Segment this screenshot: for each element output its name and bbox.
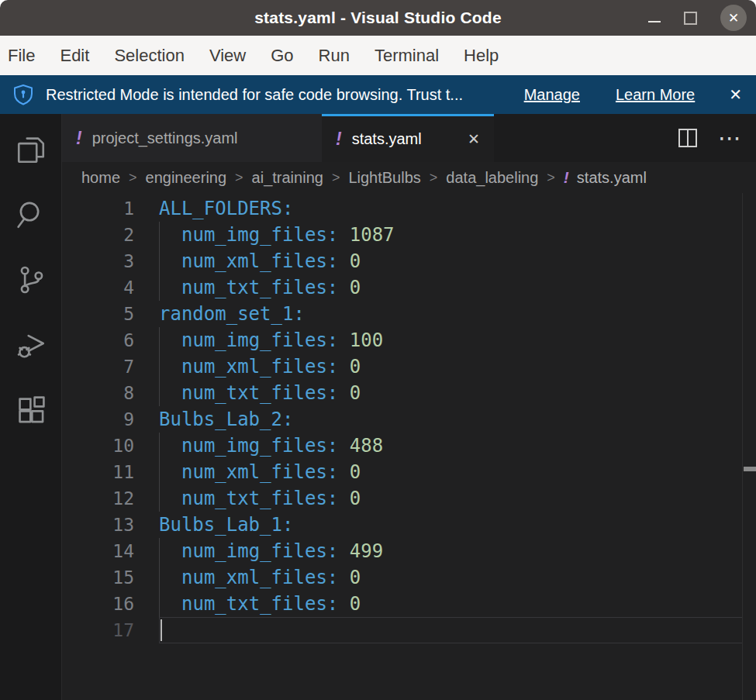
more-actions-icon[interactable]: ⋯ xyxy=(718,130,742,146)
code-editor[interactable]: 1ALL_FOLDERS:2num_img_files: 10873num_xm… xyxy=(62,193,756,700)
maximize-icon[interactable] xyxy=(684,12,697,25)
banner-close-icon[interactable]: ✕ xyxy=(729,85,742,104)
explorer-icon[interactable] xyxy=(15,133,47,166)
chevron-right-icon: > xyxy=(332,170,340,186)
code-text: num_img_files: 499 xyxy=(159,538,756,564)
overview-ruler-cursor-marker xyxy=(744,467,756,471)
yaml-key: num_txt_files: xyxy=(181,593,338,615)
learn-more-link[interactable]: Learn More xyxy=(616,86,695,104)
code-line-8[interactable]: 8num_txt_files: 0 xyxy=(62,380,756,406)
menu-edit[interactable]: Edit xyxy=(60,46,89,66)
line-content[interactable]: num_xml_files: 0 xyxy=(159,248,756,274)
code-line-5[interactable]: 5random_set_1: xyxy=(62,301,756,327)
code-line-3[interactable]: 3num_xml_files: 0 xyxy=(62,248,756,274)
yaml-value: 0 xyxy=(350,277,361,298)
manage-link[interactable]: Manage xyxy=(524,86,580,104)
yaml-value: 0 xyxy=(350,250,361,272)
breadcrumb-lightbulbs[interactable]: LightBulbs xyxy=(348,169,420,187)
yaml-value: 0 xyxy=(350,593,361,615)
menu-view[interactable]: View xyxy=(209,46,246,66)
indent-guide xyxy=(159,248,160,274)
code-line-12[interactable]: 12num_txt_files: 0 xyxy=(62,485,756,512)
code-text: num_txt_files: 0 xyxy=(159,591,756,617)
code-line-7[interactable]: 7num_xml_files: 0 xyxy=(62,353,756,380)
code-line-10[interactable]: 10num_img_files: 488 xyxy=(62,433,756,459)
menu-help[interactable]: Help xyxy=(464,46,499,66)
line-content[interactable]: num_img_files: 1087 xyxy=(159,222,756,248)
window-close-button[interactable]: ✕ xyxy=(720,5,747,31)
yaml-key: random_set_1: xyxy=(159,303,305,325)
run-and-debug-icon[interactable] xyxy=(15,329,47,361)
code-line-2[interactable]: 2num_img_files: 1087 xyxy=(62,222,756,248)
overview-ruler[interactable] xyxy=(742,193,756,700)
code-line-1[interactable]: 1ALL_FOLDERS: xyxy=(62,195,756,222)
code-line-15[interactable]: 15num_xml_files: 0 xyxy=(62,564,756,591)
line-content[interactable] xyxy=(159,617,742,643)
line-number: 2 xyxy=(62,222,143,248)
yaml-value: 0 xyxy=(350,567,361,588)
line-content[interactable]: Bulbs_Lab_1: xyxy=(159,512,756,538)
code-line-13[interactable]: 13Bulbs_Lab_1: xyxy=(62,512,756,538)
activity-bar xyxy=(0,114,62,700)
tab-bar: ! project_settings.yaml ! stats.yaml ✕ ⋯ xyxy=(62,114,756,162)
yaml-value: 0 xyxy=(350,488,361,509)
line-content[interactable]: num_txt_files: 0 xyxy=(159,591,756,617)
code-text: ALL_FOLDERS: xyxy=(159,195,756,222)
code-line-17[interactable]: 17 xyxy=(62,617,756,643)
code-text: random_set_1: xyxy=(159,301,756,327)
line-number: 9 xyxy=(62,406,143,433)
chevron-right-icon: > xyxy=(547,170,555,186)
code-text: Bulbs_Lab_2: xyxy=(159,406,756,433)
split-editor-icon[interactable] xyxy=(678,128,698,148)
line-content[interactable]: num_xml_files: 0 xyxy=(159,353,756,380)
breadcrumb-ai-training[interactable]: ai_training xyxy=(252,169,323,187)
line-content[interactable]: num_img_files: 488 xyxy=(159,433,756,459)
code-text: num_img_files: 488 xyxy=(159,433,756,459)
code-line-16[interactable]: 16num_txt_files: 0 xyxy=(62,591,756,617)
yaml-file-icon: ! xyxy=(564,168,569,187)
menu-selection[interactable]: Selection xyxy=(114,46,185,66)
menu-run[interactable]: Run xyxy=(319,46,350,66)
banner-links: Manage Learn More xyxy=(524,86,696,104)
code-line-11[interactable]: 11num_xml_files: 0 xyxy=(62,459,756,485)
code-line-14[interactable]: 14num_img_files: 499 xyxy=(62,538,756,564)
line-content[interactable]: ALL_FOLDERS: xyxy=(159,195,756,222)
line-content[interactable]: num_txt_files: 0 xyxy=(159,274,756,301)
line-content[interactable]: num_xml_files: 0 xyxy=(159,459,756,485)
yaml-key: num_txt_files: xyxy=(181,488,338,509)
yaml-key: num_txt_files: xyxy=(181,382,338,404)
search-icon[interactable] xyxy=(15,198,47,231)
code-line-9[interactable]: 9Bulbs_Lab_2: xyxy=(62,406,756,433)
line-content[interactable]: num_txt_files: 0 xyxy=(159,485,756,512)
menu-file[interactable]: File xyxy=(8,46,35,66)
breadcrumb-home[interactable]: home xyxy=(81,169,120,187)
menu-terminal[interactable]: Terminal xyxy=(375,46,439,66)
breadcrumb-file[interactable]: ! stats.yaml xyxy=(564,168,647,187)
line-content[interactable]: num_xml_files: 0 xyxy=(159,564,756,591)
indent-guide xyxy=(159,591,160,617)
tab-close-icon[interactable]: ✕ xyxy=(468,130,480,148)
code-line-4[interactable]: 4num_txt_files: 0 xyxy=(62,274,756,301)
code-text: num_xml_files: 0 xyxy=(159,353,756,380)
tab-stats-yaml[interactable]: ! stats.yaml ✕ xyxy=(322,114,494,162)
source-control-icon[interactable] xyxy=(15,264,47,296)
yaml-value: 0 xyxy=(350,461,361,483)
minimize-icon[interactable] xyxy=(648,21,661,22)
chevron-right-icon: > xyxy=(129,170,137,186)
breadcrumb-data-labeling[interactable]: data_labeling xyxy=(446,169,538,187)
code-line-6[interactable]: 6num_img_files: 100 xyxy=(62,327,756,353)
line-number: 15 xyxy=(62,564,143,591)
breadcrumb-engineering[interactable]: engineering xyxy=(146,169,227,187)
line-content[interactable]: num_txt_files: 0 xyxy=(159,380,756,406)
line-content[interactable]: Bulbs_Lab_2: xyxy=(159,406,756,433)
line-number: 7 xyxy=(62,353,143,380)
tab-project-settings-yaml[interactable]: ! project_settings.yaml xyxy=(62,114,322,162)
line-content[interactable]: num_img_files: 100 xyxy=(159,327,756,353)
menu-go[interactable]: Go xyxy=(271,46,293,66)
yaml-key: num_xml_files: xyxy=(181,567,338,588)
title-bar: stats.yaml - Visual Studio Code ✕ xyxy=(0,0,756,36)
code-text: num_xml_files: 0 xyxy=(159,248,756,274)
line-content[interactable]: num_img_files: 499 xyxy=(159,538,756,564)
line-content[interactable]: random_set_1: xyxy=(159,301,756,327)
extensions-icon[interactable] xyxy=(15,394,47,426)
